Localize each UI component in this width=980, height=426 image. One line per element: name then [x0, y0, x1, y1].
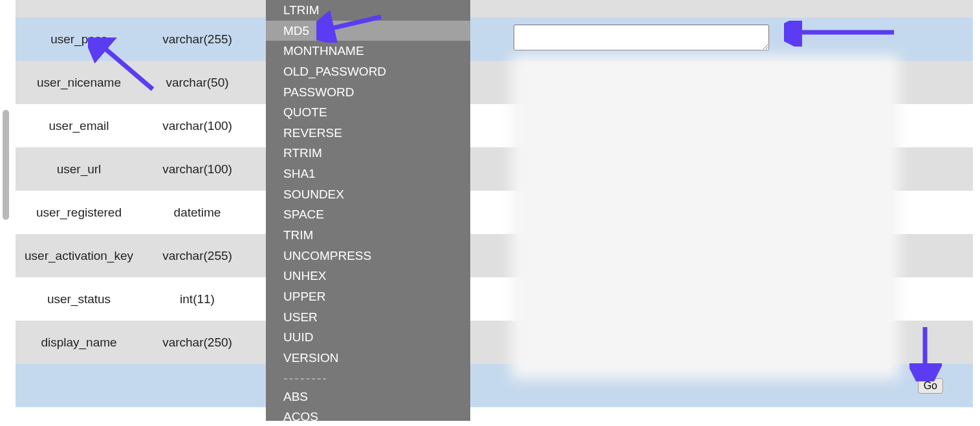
annotation-arrow-go-button [909, 323, 942, 381]
blurred-region [511, 56, 899, 379]
dropdown-option[interactable]: ABS [266, 387, 470, 407]
dropdown-option[interactable]: UNHEX [266, 266, 470, 286]
column-type: varchar(255) [142, 249, 252, 263]
dropdown-option[interactable]: USER [266, 307, 470, 328]
dropdown-option[interactable]: SPACE [266, 204, 470, 225]
dropdown-option[interactable]: SOUNDEX [266, 184, 470, 205]
dropdown-option[interactable]: UPPER [266, 286, 470, 307]
column-type: int(11) [142, 292, 252, 306]
dropdown-option[interactable]: ACOS [266, 407, 470, 421]
column-type: varchar(100) [142, 162, 252, 176]
dropdown-option[interactable]: SHA1 [266, 164, 470, 184]
dropdown-option[interactable]: MONTHNAME [266, 41, 470, 61]
column-type: varchar(250) [142, 335, 252, 350]
column-name: display_name [16, 335, 142, 350]
dropdown-option[interactable]: QUOTE [266, 102, 470, 123]
column-type: varchar(100) [142, 119, 252, 133]
dropdown-option[interactable]: OLD_PASSWORD [266, 61, 470, 82]
table-row [16, 0, 973, 17]
column-name: user_status [16, 292, 142, 306]
dropdown-option[interactable]: REVERSE [266, 123, 470, 144]
dropdown-option[interactable]: PASSWORD [266, 82, 470, 103]
annotation-arrow-user-pass [88, 37, 159, 96]
column-name: user_activation_key [16, 249, 142, 263]
dropdown-option[interactable]: UNCOMPRESS [266, 246, 470, 266]
dropdown-option[interactable]: VERSION [266, 348, 470, 368]
value-input[interactable] [514, 25, 769, 50]
vertical-scrollbar-thumb[interactable] [3, 110, 9, 220]
dropdown-separator: -------- [283, 371, 470, 386]
column-name: user_url [16, 162, 142, 176]
dropdown-option[interactable]: RTRIM [266, 143, 470, 164]
column-value [514, 25, 973, 54]
column-type: datetime [142, 206, 252, 220]
column-name: user_registered [16, 206, 142, 220]
column-name: user_email [16, 119, 142, 133]
function-dropdown-listbox[interactable]: LTRIMMD5MONTHNAMEOLD_PASSWORDPASSWORDQUO… [266, 0, 470, 421]
dropdown-option[interactable]: UUID [266, 327, 470, 348]
annotation-arrow-value-input [784, 21, 900, 47]
dropdown-option[interactable]: TRIM [266, 225, 470, 246]
annotation-arrow-md5 [316, 10, 387, 43]
